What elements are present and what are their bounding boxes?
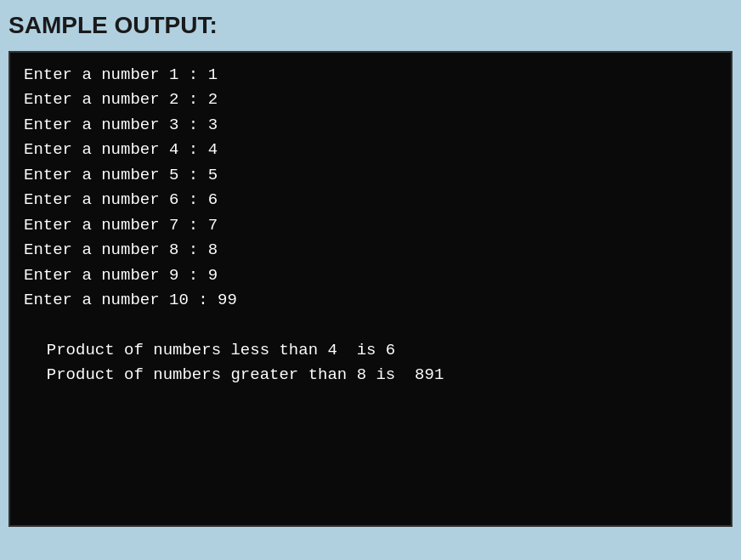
input-line-6: Enter a number 6 : 6: [24, 188, 717, 212]
input-line-2: Enter a number 2 : 2: [24, 88, 717, 112]
terminal-window: Enter a number 1 : 1 Enter a number 2 : …: [8, 51, 733, 527]
input-line-1: Enter a number 1 : 1: [24, 63, 717, 88]
input-line-10: Enter a number 10 : 99: [24, 288, 717, 313]
input-line-5: Enter a number 5 : 5: [24, 163, 717, 188]
result-line-1: Product of numbers less than 4 is 6: [24, 338, 717, 363]
page-title: SAMPLE OUTPUT:: [8, 8, 733, 42]
blank-line: [24, 313, 717, 337]
input-line-9: Enter a number 9 : 9: [24, 263, 717, 288]
input-line-7: Enter a number 7 : 7: [24, 213, 717, 238]
input-line-8: Enter a number 8 : 8: [24, 238, 717, 263]
input-line-4: Enter a number 4 : 4: [24, 138, 717, 162]
input-line-3: Enter a number 3 : 3: [24, 113, 717, 138]
result-line-2: Product of numbers greater than 8 is 891: [24, 363, 717, 387]
